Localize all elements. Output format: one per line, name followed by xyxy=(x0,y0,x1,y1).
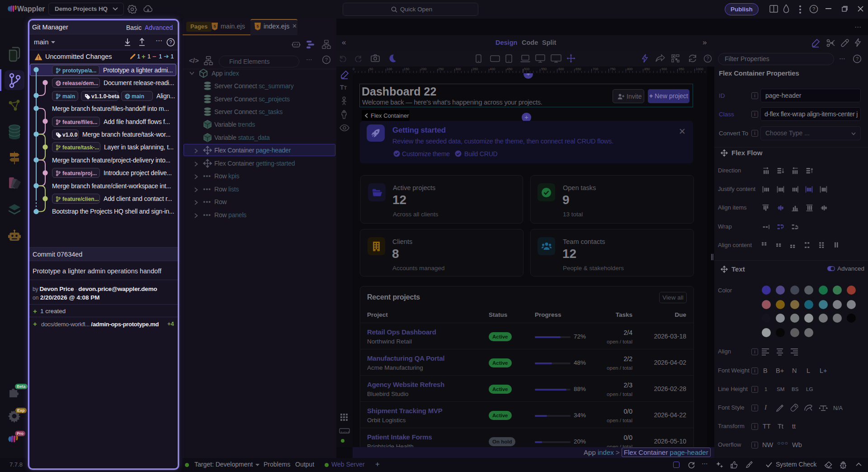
svg-text:?: ? xyxy=(325,57,328,62)
svg-text:?: ? xyxy=(707,56,709,61)
svg-text:?: ? xyxy=(856,56,859,62)
svg-text:5: 5 xyxy=(213,24,216,29)
svg-text:?: ? xyxy=(169,39,172,45)
svg-text:5: 5 xyxy=(256,24,259,29)
svg-text:?: ? xyxy=(812,6,815,12)
svg-text:!: ! xyxy=(38,55,39,60)
